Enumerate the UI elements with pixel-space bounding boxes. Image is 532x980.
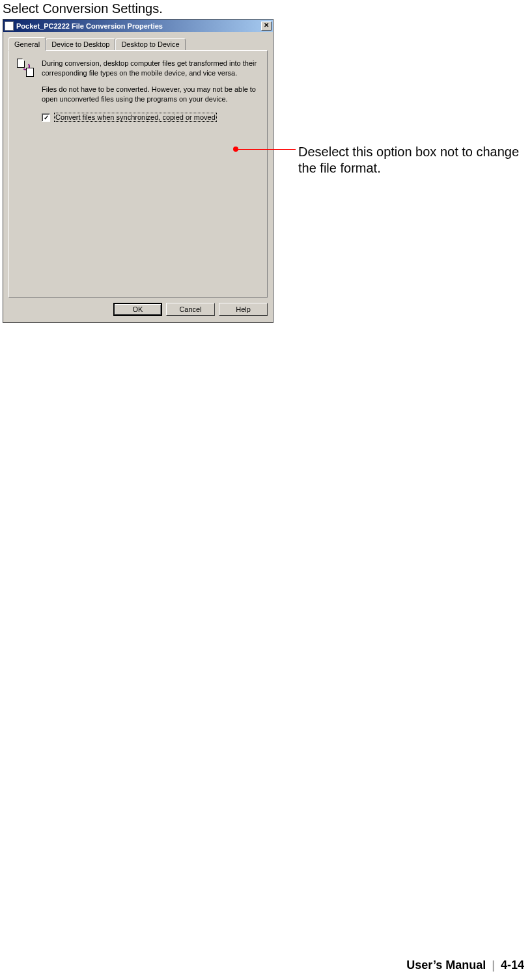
callout-text: Deselect this option box not to change t… bbox=[298, 144, 520, 176]
tab-strip: General Device to Desktop Desktop to Dev… bbox=[8, 37, 268, 50]
tab-panel-general: During conversion, desktop computer file… bbox=[8, 50, 268, 298]
tab-device-to-desktop[interactable]: Device to Desktop bbox=[46, 38, 115, 50]
description-row: During conversion, desktop computer file… bbox=[16, 59, 260, 110]
tab-desktop-to-device[interactable]: Desktop to Device bbox=[115, 38, 185, 50]
description-paragraph-1: During conversion, desktop computer file… bbox=[42, 59, 260, 78]
sync-docs-icon bbox=[16, 59, 35, 77]
cancel-button[interactable]: Cancel bbox=[166, 303, 215, 316]
footer-separator: | bbox=[489, 959, 497, 972]
dialog-button-row: OK Cancel Help bbox=[8, 303, 268, 316]
footer-page-number: 4-14 bbox=[501, 959, 524, 972]
titlebar: Pocket_PC2222 File Conversion Properties… bbox=[3, 20, 273, 32]
page-footer: User’s Manual | 4-14 bbox=[406, 959, 524, 972]
dialog-body: General Device to Desktop Desktop to Dev… bbox=[3, 32, 273, 322]
callout-dot-icon bbox=[233, 147, 238, 152]
callout-line bbox=[238, 149, 296, 150]
description-text: During conversion, desktop computer file… bbox=[42, 59, 260, 110]
window-title: Pocket_PC2222 File Conversion Properties bbox=[16, 22, 163, 30]
app-icon bbox=[5, 21, 14, 31]
ok-button[interactable]: OK bbox=[113, 303, 162, 316]
description-paragraph-2: Files do not have to be converted. Howev… bbox=[42, 85, 260, 104]
tab-general[interactable]: General bbox=[8, 37, 46, 51]
titlebar-left: Pocket_PC2222 File Conversion Properties bbox=[5, 21, 163, 31]
convert-checkbox-label[interactable]: Convert files when synchronized, copied … bbox=[54, 113, 217, 122]
callout: Deselect this option box not to change t… bbox=[233, 144, 520, 176]
help-button[interactable]: Help bbox=[219, 303, 268, 316]
convert-checkbox[interactable] bbox=[42, 113, 50, 122]
close-button[interactable]: ✕ bbox=[261, 21, 272, 31]
convert-checkbox-row: Convert files when synchronized, copied … bbox=[42, 113, 260, 122]
footer-manual-label: User’s Manual bbox=[406, 959, 486, 972]
page-heading: Select Conversion Settings. bbox=[0, 0, 532, 16]
